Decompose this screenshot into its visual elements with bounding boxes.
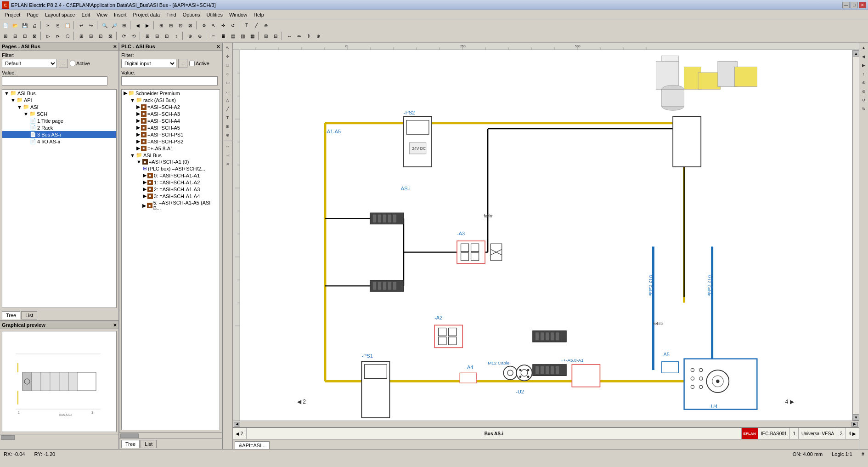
- tb-undo[interactable]: ↩: [77, 21, 86, 30]
- maximize-button[interactable]: □: [851, 2, 858, 8]
- tree-item-page2[interactable]: 📄 2 Rack: [2, 124, 116, 131]
- tb-move[interactable]: ✛: [219, 21, 228, 30]
- tb2-9[interactable]: ⊟: [86, 31, 96, 40]
- rt-minus[interactable]: ⊖: [860, 87, 868, 96]
- plc-tree-5[interactable]: ▶ ■ 5: =ASI+SCH-A1-A5 (ASI B...: [122, 199, 220, 211]
- tb2-e1[interactable]: ⊞: [261, 31, 271, 40]
- rt-pan-left[interactable]: ◀: [860, 52, 868, 61]
- schematic-area[interactable]: -A1-A5 -PS2 24V DC AS-i: [240, 50, 859, 421]
- vtb-dimension[interactable]: ⊣: [224, 151, 232, 159]
- tb-grid2[interactable]: ⊟: [166, 21, 175, 30]
- tb2-2[interactable]: ⊟: [11, 31, 20, 40]
- vtb-arc[interactable]: ◡: [224, 87, 232, 96]
- tb2-12[interactable]: ⟳: [119, 31, 129, 40]
- tb2-d2[interactable]: ≣: [219, 31, 228, 40]
- menu-edit[interactable]: Edit: [79, 11, 93, 18]
- plc-hscroll[interactable]: [119, 432, 222, 439]
- plc-tree-3[interactable]: ▶ ■ 3: =ASI+SCH-A1-A4: [122, 193, 220, 199]
- pages-tab-list[interactable]: List: [21, 311, 37, 319]
- menu-options[interactable]: Options: [180, 11, 203, 18]
- menu-project-data[interactable]: Project data: [130, 11, 163, 18]
- tb-snap[interactable]: ⊡: [176, 21, 185, 30]
- menu-view[interactable]: View: [94, 11, 110, 18]
- tb2-f4[interactable]: ⊕: [314, 31, 323, 40]
- pages-panel-close[interactable]: ✕: [113, 44, 117, 49]
- menu-layout-space[interactable]: Layout space: [42, 11, 78, 18]
- tb2-e2[interactable]: ⊟: [271, 31, 280, 40]
- tb-new[interactable]: 📄: [1, 21, 10, 30]
- tree-item-api[interactable]: ▼ 📁 API: [2, 97, 116, 103]
- pages-active-checkbox[interactable]: [70, 61, 75, 66]
- vtb-line[interactable]: ╱: [224, 105, 232, 113]
- tb2-p3[interactable]: ⊡: [162, 31, 171, 40]
- menu-project[interactable]: Project: [2, 11, 23, 18]
- plc-tab-list[interactable]: List: [141, 440, 157, 448]
- vtb-text[interactable]: T: [224, 114, 232, 122]
- tree-item-page4[interactable]: 📄 4 I/O AS-ii: [2, 138, 116, 145]
- preview-scrollbar[interactable]: [0, 434, 118, 440]
- tb2-d4[interactable]: ▥: [238, 31, 247, 40]
- tb-insert[interactable]: ⊕: [261, 21, 271, 30]
- vtb-connect[interactable]: ⊕: [224, 131, 232, 139]
- tb2-1[interactable]: ⊞: [1, 31, 10, 40]
- tb-zoom-in[interactable]: 🔍: [100, 21, 109, 30]
- plc-tree-rack[interactable]: ▼ 📁 rack (ASI Bus): [122, 97, 220, 103]
- tb2-f3[interactable]: ⇕: [304, 31, 313, 40]
- tb-line[interactable]: ╱: [252, 21, 261, 30]
- tree-item-page3[interactable]: 📄 3 Bus AS-i: [2, 131, 116, 138]
- tb2-p1[interactable]: ⊞: [143, 31, 152, 40]
- tb2-3[interactable]: ⊡: [20, 31, 29, 40]
- tb-grid[interactable]: ⊞: [157, 21, 166, 30]
- rt-zoom-out[interactable]: ⊕: [860, 79, 868, 87]
- tb-snap2[interactable]: ⊠: [186, 21, 195, 30]
- pages-filter-select[interactable]: Default: [2, 59, 57, 68]
- plc-value-input[interactable]: [121, 76, 218, 85]
- tb2-5[interactable]: ▷: [44, 31, 53, 40]
- tb2-10[interactable]: ⊡: [96, 31, 105, 40]
- plc-tree-a3[interactable]: ▶ ■ =ASI+SCH-A3: [122, 110, 220, 117]
- plc-filter-select[interactable]: Digital input: [121, 59, 176, 68]
- vscrollbar[interactable]: ▲ ▼: [852, 50, 859, 421]
- tb2-8[interactable]: ⊞: [77, 31, 86, 40]
- tb-copy[interactable]: ⎘: [53, 21, 62, 30]
- pages-filter-btn[interactable]: ...: [59, 59, 68, 68]
- scroll-down-btn[interactable]: ▼: [853, 414, 859, 421]
- menu-find[interactable]: Find: [163, 11, 179, 18]
- vtb-poly[interactable]: △: [224, 96, 232, 104]
- scroll-right-btn[interactable]: ▶: [851, 422, 858, 427]
- tb-zoom-out[interactable]: 🔎: [110, 21, 119, 30]
- vtb-symbol[interactable]: ⊞: [224, 122, 232, 131]
- plc-tree-ps1[interactable]: ▶ ■ =ASI+SCH-PS1: [122, 131, 220, 138]
- pages-tab-tree[interactable]: Tree: [2, 311, 20, 319]
- tb-properties[interactable]: ⚙: [199, 21, 209, 30]
- tb-rotate[interactable]: ↺: [228, 21, 237, 30]
- tb-redo[interactable]: ↪: [86, 21, 96, 30]
- plc-tree-plcbox[interactable]: ⊞ (PLC box) =ASI+SCH/2...: [122, 165, 220, 172]
- plc-tree-1[interactable]: ▶ ■ 1: =ASI+SCH-A1-A2: [122, 179, 220, 186]
- preview-close[interactable]: ✕: [113, 323, 117, 328]
- plc-tree-ps2[interactable]: ▶ ■ =ASI+SCH-PS2: [122, 138, 220, 145]
- scroll-up-btn[interactable]: ▲: [853, 50, 859, 57]
- vtb-rect[interactable]: □: [224, 61, 232, 69]
- tb2-4[interactable]: ⊠: [30, 31, 39, 40]
- tb2-c1[interactable]: ⊕: [186, 31, 195, 40]
- plc-tree-a2[interactable]: ▶ ■ =ASI+SCH-A2: [122, 103, 220, 110]
- plc-tree-a58[interactable]: ▶ ■ =+-A5.8-A1: [122, 145, 220, 152]
- menu-page[interactable]: Page: [24, 11, 41, 18]
- tb-zoom-fit[interactable]: ⊞: [119, 21, 129, 30]
- tb-paste[interactable]: 📋: [63, 21, 72, 30]
- css-nav-right[interactable]: 4 ▶: [846, 428, 859, 439]
- tb-cut[interactable]: ✂: [44, 21, 53, 30]
- tb2-13[interactable]: ⟲: [129, 31, 138, 40]
- tb2-d5[interactable]: ▦: [248, 31, 257, 40]
- tb-nav-next[interactable]: ▶: [143, 21, 152, 30]
- plc-panel-close[interactable]: ✕: [216, 44, 220, 49]
- hscrollbar[interactable]: ◀ ▶: [233, 421, 859, 427]
- plc-tree-a1-0[interactable]: ▼ ■ =ASI+SCH-A1 (0): [122, 159, 220, 165]
- menu-utilities[interactable]: Utilities: [204, 11, 225, 18]
- vtb-cross[interactable]: ✛: [224, 52, 232, 61]
- vtb-measure[interactable]: ↔: [224, 142, 232, 151]
- menu-insert[interactable]: Insert: [111, 11, 130, 18]
- rt-redo[interactable]: ↻: [860, 105, 868, 113]
- tb-select[interactable]: ↖: [209, 21, 218, 30]
